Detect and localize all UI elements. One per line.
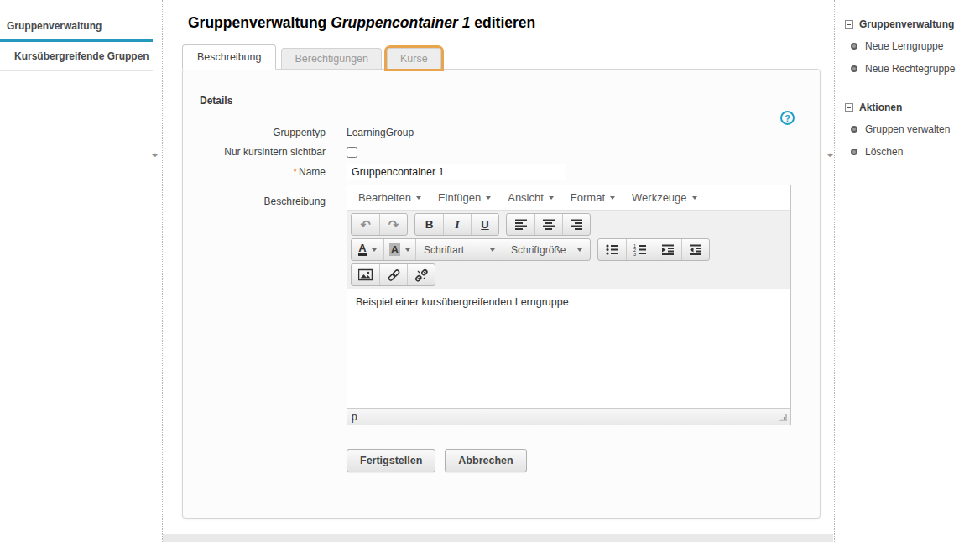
editor-content-area[interactable]: Beispiel einer kursübergreifenden Lerngr… bbox=[347, 289, 790, 408]
richtext-editor: Bearbeiten Einfügen Ansicht Format Werkz… bbox=[347, 185, 791, 425]
menu-bearbeiten[interactable]: Bearbeiten bbox=[350, 185, 430, 210]
tab-label: Berechtigungen bbox=[295, 53, 368, 65]
gruppentyp-value: LearningGroup bbox=[347, 127, 414, 138]
bullet-icon bbox=[851, 149, 858, 155]
name-input[interactable] bbox=[347, 164, 566, 180]
italic-button[interactable]: I bbox=[443, 214, 471, 235]
align-center-icon bbox=[542, 218, 555, 231]
underline-button[interactable]: U bbox=[471, 214, 498, 235]
bullet-icon bbox=[851, 126, 858, 133]
footer-band bbox=[163, 534, 833, 542]
page-title: Gruppenverwaltung Gruppencontainer 1 edi… bbox=[188, 14, 834, 32]
chevron-down-icon bbox=[405, 248, 410, 252]
form-actions: Fertigstellen Abbrechen bbox=[347, 449, 803, 472]
page-title-group-name: Gruppencontainer 1 bbox=[331, 14, 470, 31]
insert-link-button[interactable] bbox=[379, 264, 407, 285]
italic-icon: I bbox=[455, 218, 459, 232]
fertigstellen-button[interactable]: Fertigstellen bbox=[347, 449, 435, 472]
align-right-button[interactable] bbox=[562, 214, 590, 235]
kursintern-label: Nur kursintern sichtbar bbox=[200, 146, 326, 158]
link-loeschen[interactable]: Löschen bbox=[851, 146, 977, 158]
indent-button[interactable] bbox=[654, 239, 681, 260]
align-right-icon bbox=[570, 218, 583, 231]
resize-grip-icon[interactable] bbox=[779, 412, 788, 421]
media-link-group bbox=[351, 263, 435, 286]
left-column-resize-handle[interactable]: ◂▸ bbox=[152, 150, 156, 159]
font-group: A A Schriftart Schriftgröße bbox=[351, 238, 591, 261]
link-label: Gruppen verwalten bbox=[865, 123, 950, 135]
outdent-icon bbox=[689, 243, 702, 256]
section-title: Gruppenverwaltung bbox=[859, 18, 954, 30]
undo-button[interactable]: ↶ bbox=[352, 214, 379, 235]
chevron-down-icon bbox=[692, 196, 697, 200]
align-left-button[interactable] bbox=[507, 214, 534, 235]
element-path: p bbox=[352, 411, 357, 423]
bold-button[interactable]: B bbox=[415, 214, 443, 235]
chevron-down-icon bbox=[549, 196, 554, 200]
chevron-down-icon bbox=[372, 248, 377, 252]
insert-image-button[interactable] bbox=[352, 264, 379, 285]
image-icon bbox=[358, 268, 373, 281]
toolbar-row-2: A A Schriftart Schriftgröße 123 bbox=[351, 238, 787, 263]
sidebar-item-kursuebergreifende-gruppen[interactable]: Kursübergreifende Gruppen bbox=[0, 42, 153, 71]
font-family-select[interactable]: Schriftart bbox=[415, 239, 503, 260]
editor-statusbar: p bbox=[347, 408, 790, 425]
beschreibung-label: Beschreibung bbox=[200, 185, 326, 207]
right-section-aktionen[interactable]: Aktionen bbox=[845, 102, 977, 113]
link-label: Neue Rechtegruppe bbox=[865, 63, 955, 75]
remove-link-button[interactable] bbox=[407, 264, 435, 285]
toolbar-row-3 bbox=[351, 263, 787, 289]
link-gruppen-verwalten[interactable]: Gruppen verwalten bbox=[851, 123, 977, 135]
chevron-down-icon bbox=[486, 196, 491, 200]
undo-icon: ↶ bbox=[360, 217, 371, 232]
link-icon bbox=[387, 268, 401, 282]
link-neue-lerngruppe[interactable]: Neue Lerngruppe bbox=[851, 40, 977, 52]
tab-kurse[interactable]: Kurse bbox=[387, 48, 441, 69]
sidebar-item-gruppenverwaltung[interactable]: Gruppenverwaltung bbox=[0, 20, 153, 42]
section-title: Aktionen bbox=[859, 102, 902, 113]
numbered-list-button[interactable]: 123 bbox=[626, 239, 654, 260]
indent-icon bbox=[661, 243, 675, 256]
right-section-gruppenverwaltung[interactable]: Gruppenverwaltung bbox=[845, 18, 977, 30]
menu-werkzeuge[interactable]: Werkzeuge bbox=[623, 185, 706, 210]
editor-text: Beispiel einer kursübergreifenden Lerngr… bbox=[356, 296, 569, 308]
underline-icon: U bbox=[481, 218, 488, 231]
redo-button[interactable]: ↷ bbox=[379, 214, 407, 235]
background-color-button[interactable]: A bbox=[383, 239, 415, 260]
form-row-beschreibung: Beschreibung Bearbeiten Einfügen Ansicht… bbox=[200, 185, 803, 425]
sidebar-item-label: Kursübergreifende Gruppen bbox=[14, 50, 149, 62]
collapse-icon[interactable] bbox=[845, 103, 853, 112]
menu-format[interactable]: Format bbox=[562, 185, 623, 210]
bullet-list-button[interactable] bbox=[598, 239, 626, 260]
menu-einfuegen[interactable]: Einfügen bbox=[430, 185, 499, 210]
name-label: *Name bbox=[200, 166, 326, 178]
menu-ansicht[interactable]: Ansicht bbox=[499, 185, 562, 210]
bullet-icon bbox=[851, 65, 858, 72]
bullet-icon bbox=[851, 43, 858, 50]
align-center-button[interactable] bbox=[534, 214, 562, 235]
tab-label: Kurse bbox=[400, 53, 428, 65]
page-title-suffix: editieren bbox=[470, 14, 535, 31]
text-color-button[interactable]: A bbox=[352, 239, 383, 260]
left-sidebar: Gruppenverwaltung Kursübergreifende Grup… bbox=[0, 0, 163, 542]
numbered-list-icon: 123 bbox=[633, 243, 647, 256]
font-size-select[interactable]: Schriftgröße bbox=[503, 239, 590, 260]
collapse-icon[interactable] bbox=[845, 20, 853, 29]
kursintern-checkbox[interactable] bbox=[347, 147, 357, 158]
section-title: Details bbox=[200, 95, 803, 107]
chevron-down-icon bbox=[490, 248, 495, 252]
link-neue-rechtegruppe[interactable]: Neue Rechtegruppe bbox=[851, 63, 977, 75]
align-left-icon bbox=[514, 218, 528, 231]
tab-berechtigungen[interactable]: Berechtigungen bbox=[281, 48, 382, 69]
editor-toolbars: ↶ ↷ B I U bbox=[347, 211, 790, 289]
section-divider bbox=[835, 86, 980, 86]
link-label: Löschen bbox=[865, 146, 903, 158]
outdent-button[interactable] bbox=[681, 239, 709, 260]
help-icon[interactable]: ? bbox=[780, 111, 795, 125]
sidebar-item-label: Gruppenverwaltung bbox=[7, 20, 102, 32]
right-column-resize-handle[interactable]: ◂▸ bbox=[827, 150, 831, 159]
right-sidebar: Gruppenverwaltung Neue Lerngruppe Neue R… bbox=[834, 0, 980, 542]
form-row-name: *Name bbox=[200, 164, 803, 180]
abbrechen-button[interactable]: Abbrechen bbox=[445, 449, 526, 472]
tab-beschreibung[interactable]: Beschreibung bbox=[182, 44, 276, 70]
